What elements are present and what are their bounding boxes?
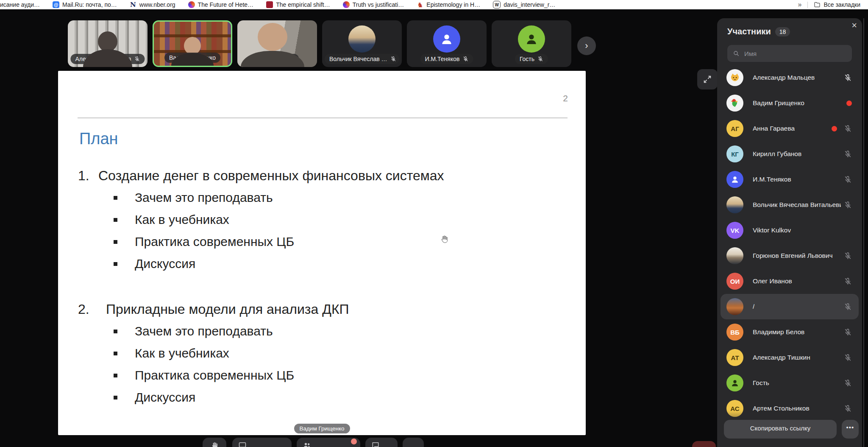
participant-row[interactable]: VK Viktor Kulkov <box>721 218 859 243</box>
close-icon[interactable]: × <box>851 21 857 30</box>
list-number: 2. <box>78 298 106 320</box>
browser-bookmarks-bar: исание ауди… @ Mail.Ru: почта, по… N www… <box>0 0 868 9</box>
participant-row[interactable]: Вольчик Вячеслав Витальевич <box>721 192 859 218</box>
horse-favicon-icon: ♞ <box>417 1 423 8</box>
tile-name-pill: Viktor Kulkov <box>255 54 299 64</box>
participants-button[interactable] <box>297 438 360 447</box>
share-screen-button[interactable] <box>232 438 292 447</box>
participant-search[interactable] <box>727 45 852 62</box>
wiley-favicon-icon: W <box>493 1 501 8</box>
participant-row[interactable]: И.М.Теняков <box>721 167 859 192</box>
expand-arrows-icon <box>703 75 712 84</box>
mailru-favicon-icon: @ <box>53 1 59 8</box>
video-tile[interactable]: Александр Мальцев <box>68 20 147 67</box>
participant-row[interactable]: ОИ Олег Иванов <box>721 268 859 294</box>
participant-name: Анна Гараева <box>753 125 795 132</box>
slide-title: План <box>79 130 118 148</box>
slide-bullet-item: Дискуссия <box>78 253 444 275</box>
video-tile[interactable]: Гость <box>492 20 571 67</box>
slide-page-number: 2 <box>563 93 568 103</box>
participant-name: Александр Тишкин <box>753 354 810 361</box>
tile-name-pill: Гость <box>515 54 548 64</box>
copy-link-button[interactable]: Скопировать ссылку <box>724 420 837 439</box>
chat-icon <box>371 441 380 447</box>
participant-name: Viktor Kulkov <box>753 226 791 234</box>
presenter-cursor-hand-icon <box>440 234 449 244</box>
video-tile[interactable]: Viktor Kulkov <box>237 20 317 67</box>
list-heading-text: Прикладные модели для анализа ДКП <box>106 302 349 317</box>
participant-status-icons <box>832 125 852 133</box>
slide-bullet-item: Практика современных ЦБ <box>78 231 444 253</box>
shared-presentation-slide: 2 План 1.Создание денег в современных фи… <box>58 71 586 435</box>
bookmarks-overflow-chevron[interactable]: » <box>798 1 802 8</box>
video-tile[interactable]: И.М.Теняков <box>407 20 487 67</box>
bookmark-item[interactable]: N www.nber.org <box>130 1 175 8</box>
slide-bullet-item: Как в учебниках <box>78 209 444 231</box>
video-tile[interactable]: Вольчик Вячеслав … <box>322 20 402 67</box>
search-input[interactable] <box>743 50 846 58</box>
tile-name-pill: Александр Мальцев <box>70 54 145 64</box>
tile-name-pill: Вадим Грищенко <box>164 53 220 63</box>
cat-icon <box>729 72 740 83</box>
mic-muted-icon <box>844 252 852 260</box>
window-edge-line <box>863 18 864 447</box>
person-icon <box>440 32 454 46</box>
tile-name-pill: Вольчик Вячеслав … <box>325 54 399 64</box>
mic-muted-icon <box>844 379 852 387</box>
participant-row[interactable]: ВБ Владимир Белов <box>721 319 859 345</box>
participant-row[interactable]: Александр Мальцев <box>721 65 859 90</box>
participant-row[interactable]: / <box>721 294 859 319</box>
hand-icon <box>210 441 219 447</box>
bookmark-item[interactable]: The Future of Hete… <box>188 1 254 8</box>
list-number: 1. <box>78 165 98 187</box>
bookmark-item[interactable]: исание ауди… <box>0 1 40 8</box>
initials-avatar: VK <box>726 222 743 239</box>
tile-name-label: Вольчик Вячеслав … <box>329 56 387 62</box>
participant-row[interactable]: АТ Александр Тишкин <box>721 345 859 370</box>
mic-muted-icon <box>462 56 468 62</box>
slide-bullet-item: Зачем это преподавать <box>78 320 349 342</box>
bookmark-item[interactable]: @ Mail.Ru: почта, по… <box>53 1 117 8</box>
participant-row[interactable]: АГ Анна Гараева <box>721 116 859 141</box>
slide-list-1: 1.Создание денег в современных финансовы… <box>78 165 444 275</box>
toolbar-extra-button[interactable] <box>403 438 424 447</box>
slide-bullet-item: Зачем это преподавать <box>78 187 444 209</box>
bookmark-item[interactable]: Truth vs justificati… <box>343 1 404 8</box>
bookmark-item[interactable]: ♞ Epistemology in H… <box>417 1 480 8</box>
tile-name-label: Гость <box>520 56 534 62</box>
film-strip-next-button[interactable]: › <box>577 36 596 55</box>
person-avatar <box>726 171 743 188</box>
bookmark-label: The empirical shift… <box>276 1 330 8</box>
panel-more-button[interactable]: ••• <box>842 420 859 439</box>
tile-name-label: Viktor Kulkov <box>260 56 294 62</box>
initials-avatar: АГ <box>726 120 743 137</box>
bookmark-item[interactable]: W davis_interview_r… <box>493 1 555 8</box>
slide-divider-line <box>78 117 568 118</box>
avatar <box>433 25 460 53</box>
mic-muted-icon <box>390 56 396 62</box>
raise-hand-button[interactable] <box>203 438 226 447</box>
notification-dot <box>351 439 357 444</box>
participant-status-icons <box>844 176 852 184</box>
all-bookmarks-button[interactable]: Все закладки <box>814 1 860 8</box>
mic-muted-icon <box>844 74 852 82</box>
bookmark-label: davis_interview_r… <box>504 1 555 8</box>
rays-favicon-icon <box>188 1 195 8</box>
presenter-name-pill: Вадим Грищенко <box>294 424 350 433</box>
participant-row[interactable]: КГ Кирилл Губанов <box>721 141 859 167</box>
bookmark-label: www.nber.org <box>139 1 175 8</box>
leave-call-button[interactable] <box>692 441 716 447</box>
bookmark-item[interactable]: The empirical shift… <box>266 1 330 8</box>
participant-row[interactable]: Горюнов Евгений Львович <box>721 243 859 268</box>
participant-status-icons <box>844 277 852 285</box>
avatar <box>348 25 376 53</box>
video-tile[interactable]: Вадим Грищенко <box>153 20 232 67</box>
participants-header: Участники 18 <box>727 27 790 36</box>
fullscreen-expand-button[interactable] <box>697 69 718 89</box>
chat-button[interactable] <box>365 438 398 447</box>
participant-row[interactable]: Вадим Грищенко <box>721 90 859 116</box>
journal-favicon-icon <box>266 1 273 8</box>
participant-row[interactable]: Гость <box>721 370 859 396</box>
chevron-right-icon: › <box>585 40 588 51</box>
participants-panel: × Участники 18 Александр Мальцев <box>717 18 862 447</box>
